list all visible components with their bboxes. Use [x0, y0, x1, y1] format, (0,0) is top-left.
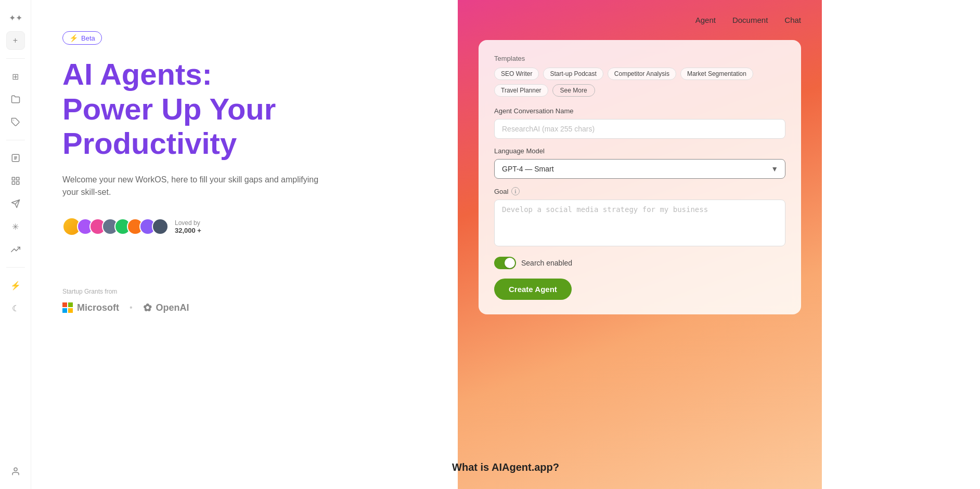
goal-label: Goal ℹ	[494, 187, 785, 195]
search-toggle-row: Search enabled	[494, 257, 785, 269]
language-model-group: Language Model GPT-4 — Smart GPT-3.5 — F…	[494, 147, 785, 179]
left-panel: ⚡ Beta AI Agents: Power Up Your Producti…	[31, 0, 458, 489]
goal-input[interactable]	[494, 200, 785, 246]
sidebar: ✦✦ + ⊞ ✳ ⚡ ☾	[0, 0, 31, 489]
microsoft-logo: Microsoft	[62, 302, 119, 313]
user-icon[interactable]	[6, 462, 25, 481]
nav-agent[interactable]: Agent	[695, 16, 716, 24]
lightning-icon[interactable]: ⚡	[6, 276, 25, 295]
openai-icon: ✿	[143, 301, 152, 314]
template-pills: SEO Writer Start-up Podcast Competitor A…	[494, 68, 785, 97]
sponsor-label: Startup Grants from	[62, 288, 427, 295]
what-is-section: What is AIAgent.app?	[452, 461, 559, 473]
social-proof: Loved by 32,000 +	[62, 217, 427, 236]
hero-subtitle: Welcome your new WorkOS, here to fill yo…	[62, 174, 333, 199]
layers-icon[interactable]	[6, 171, 25, 190]
moon-icon[interactable]: ☾	[6, 299, 25, 318]
templates-label: Templates	[494, 55, 785, 62]
avatar-group	[62, 217, 169, 236]
divider-mid	[6, 140, 25, 140]
sponsor-section: Startup Grants from Microsoft • ✿ OpenAI	[62, 288, 427, 314]
nav-chat[interactable]: Chat	[784, 16, 801, 24]
see-more-button[interactable]: See More	[552, 84, 595, 97]
goal-group: Goal ℹ	[494, 187, 785, 248]
add-button[interactable]: +	[6, 31, 25, 50]
beta-label: Beta	[81, 34, 95, 42]
top-nav: Agent Document Chat	[479, 16, 801, 24]
template-startup-podcast[interactable]: Start-up Podcast	[543, 68, 603, 80]
conversation-name-label: Agent Conversation Name	[494, 107, 785, 115]
sparkle-icon: ✦✦	[6, 8, 25, 27]
openai-logo: ✿ OpenAI	[143, 301, 189, 314]
right-panel: Agent Document Chat Templates SEO Writer…	[458, 0, 822, 489]
create-agent-button[interactable]: Create Agent	[494, 279, 572, 300]
template-seo-writer[interactable]: SEO Writer	[494, 68, 539, 80]
language-model-select-wrapper: GPT-4 — Smart GPT-3.5 — Fast Claude 3 Ge…	[494, 159, 785, 179]
svg-point-11	[14, 468, 17, 471]
svg-rect-6	[16, 177, 19, 180]
templates-section: Templates SEO Writer Start-up Podcast Co…	[494, 55, 785, 97]
form-card: Templates SEO Writer Start-up Podcast Co…	[479, 40, 801, 314]
search-enabled-label: Search enabled	[521, 259, 572, 267]
loved-by-text: Loved by 32,000 +	[175, 219, 201, 234]
tag-icon[interactable]	[6, 113, 25, 131]
sponsor-separator: •	[130, 303, 133, 312]
divider-lower	[6, 267, 25, 268]
svg-rect-7	[12, 182, 15, 184]
sponsors-list: Microsoft • ✿ OpenAI	[62, 301, 427, 314]
template-competitor-analysis[interactable]: Competitor Analysis	[608, 68, 676, 80]
grid-icon[interactable]: ⊞	[6, 67, 25, 86]
language-model-label: Language Model	[494, 147, 785, 155]
folder-icon[interactable]	[6, 90, 25, 109]
hero-title: AI Agents: Power Up Your Productivity	[62, 57, 427, 161]
language-model-select[interactable]: GPT-4 — Smart GPT-3.5 — Fast Claude 3 Ge…	[494, 159, 785, 179]
document-icon[interactable]	[6, 149, 25, 167]
info-icon[interactable]: ℹ	[511, 187, 520, 195]
snowflake-icon[interactable]: ✳	[6, 217, 25, 236]
toggle-knob	[505, 258, 515, 268]
template-travel-planner[interactable]: Travel Planner	[494, 84, 548, 97]
svg-rect-8	[16, 182, 19, 184]
conversation-name-input[interactable]	[494, 119, 785, 139]
avatar	[152, 218, 169, 235]
divider-top	[6, 58, 25, 59]
main-content: ⚡ Beta AI Agents: Power Up Your Producti…	[31, 0, 980, 489]
trending-icon[interactable]	[6, 240, 25, 259]
beta-badge[interactable]: ⚡ Beta	[62, 31, 102, 45]
lightning-badge-icon: ⚡	[69, 34, 78, 42]
send-icon[interactable]	[6, 194, 25, 213]
nav-document[interactable]: Document	[732, 16, 768, 24]
template-market-segmentation[interactable]: Market Segmentation	[680, 68, 753, 80]
microsoft-grid-icon	[62, 302, 73, 313]
search-enabled-toggle[interactable]	[494, 257, 516, 269]
conversation-name-group: Agent Conversation Name	[494, 107, 785, 139]
svg-rect-5	[12, 177, 15, 180]
